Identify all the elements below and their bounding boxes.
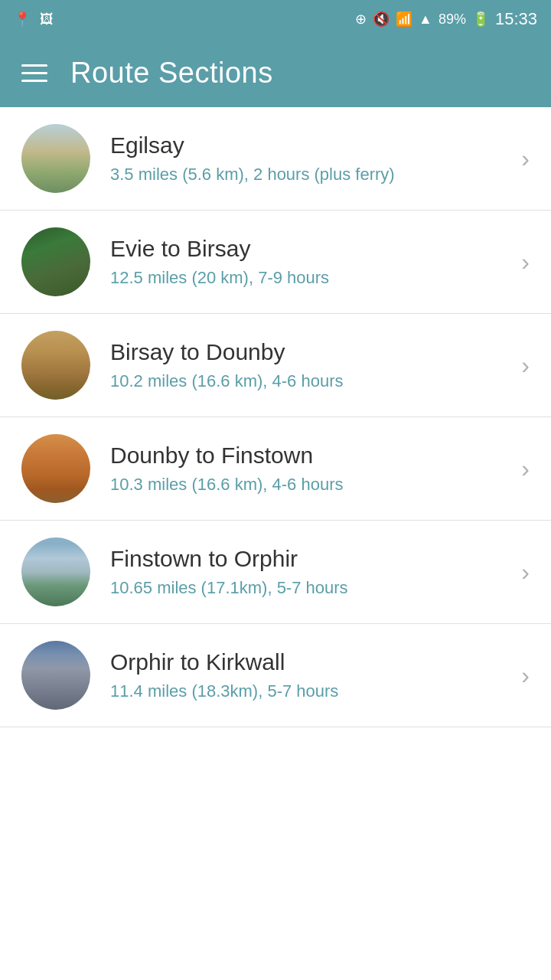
route-details-dounby-finstown: 10.3 miles (16.6 km), 4-6 hours <box>110 475 514 495</box>
chevron-right-icon-orphir-kirkwall: › <box>521 662 530 690</box>
route-name-finstown-orphir: Finstown to Orphir <box>110 546 514 572</box>
chevron-right-icon-egilsay: › <box>521 145 530 173</box>
route-info-dounby-finstown: Dounby to Finstown 10.3 miles (16.6 km),… <box>110 443 514 495</box>
battery-percentage: 89% <box>439 11 466 28</box>
route-info-orphir-kirkwall: Orphir to Kirkwall 11.4 miles (18.3km), … <box>110 649 514 701</box>
route-item-birsay-dounby[interactable]: Birsay to Dounby 10.2 miles (16.6 km), 4… <box>0 314 551 417</box>
status-left-icons: 📍 🖼 <box>14 12 54 26</box>
battery-icon: 🔋 <box>472 12 489 26</box>
route-info-egilsay: Egilsay 3.5 miles (5.6 km), 2 hours (plu… <box>110 132 514 185</box>
route-name-orphir-kirkwall: Orphir to Kirkwall <box>110 649 514 675</box>
route-name-birsay-dounby: Birsay to Dounby <box>110 339 514 365</box>
menu-button[interactable] <box>21 64 47 82</box>
chevron-right-icon-evie-birsay: › <box>521 248 530 276</box>
gps-icon: ⊕ <box>355 12 367 26</box>
route-avatar-dounby-finstown <box>21 434 90 503</box>
mute-icon: 🔇 <box>373 12 390 26</box>
hamburger-line-2 <box>21 72 47 74</box>
status-right-icons: ⊕ 🔇 📶 ▲ 89% 🔋 15:33 <box>355 9 537 29</box>
wifi-icon: 📶 <box>396 12 412 26</box>
route-details-egilsay: 3.5 miles (5.6 km), 2 hours (plus ferry) <box>110 165 514 185</box>
route-details-orphir-kirkwall: 11.4 miles (18.3km), 5-7 hours <box>110 681 514 701</box>
status-time: 15:33 <box>495 9 537 29</box>
route-avatar-orphir-kirkwall <box>21 641 90 710</box>
route-name-evie-birsay: Evie to Birsay <box>110 236 514 262</box>
location-icon: 📍 <box>14 12 31 26</box>
route-details-finstown-orphir: 10.65 miles (17.1km), 5-7 hours <box>110 578 514 598</box>
app-bar: Route Sections <box>0 38 551 107</box>
route-name-egilsay: Egilsay <box>110 132 514 158</box>
route-name-dounby-finstown: Dounby to Finstown <box>110 443 514 469</box>
route-item-dounby-finstown[interactable]: Dounby to Finstown 10.3 miles (16.6 km),… <box>0 417 551 521</box>
route-info-birsay-dounby: Birsay to Dounby 10.2 miles (16.6 km), 4… <box>110 339 514 391</box>
route-info-finstown-orphir: Finstown to Orphir 10.65 miles (17.1km),… <box>110 546 514 598</box>
route-item-egilsay[interactable]: Egilsay 3.5 miles (5.6 km), 2 hours (plu… <box>0 107 551 211</box>
hamburger-line-3 <box>21 80 47 82</box>
hamburger-line-1 <box>21 64 47 67</box>
chevron-right-icon-birsay-dounby: › <box>521 351 530 380</box>
chevron-right-icon-finstown-orphir: › <box>521 558 530 586</box>
status-bar: 📍 🖼 ⊕ 🔇 📶 ▲ 89% 🔋 15:33 <box>0 0 551 38</box>
route-item-finstown-orphir[interactable]: Finstown to Orphir 10.65 miles (17.1km),… <box>0 521 551 624</box>
route-avatar-finstown-orphir <box>21 537 90 606</box>
page-title: Route Sections <box>70 57 273 90</box>
route-item-orphir-kirkwall[interactable]: Orphir to Kirkwall 11.4 miles (18.3km), … <box>0 624 551 727</box>
route-avatar-birsay-dounby <box>21 331 90 400</box>
route-list: Egilsay 3.5 miles (5.6 km), 2 hours (plu… <box>0 107 551 727</box>
image-icon: 🖼 <box>40 12 54 26</box>
route-item-evie-birsay[interactable]: Evie to Birsay 12.5 miles (20 km), 7-9 h… <box>0 211 551 314</box>
chevron-right-icon-dounby-finstown: › <box>521 455 530 483</box>
route-details-evie-birsay: 12.5 miles (20 km), 7-9 hours <box>110 268 514 288</box>
route-avatar-evie-birsay <box>21 227 90 296</box>
signal-icon: ▲ <box>419 12 432 26</box>
route-details-birsay-dounby: 10.2 miles (16.6 km), 4-6 hours <box>110 371 514 391</box>
route-avatar-egilsay <box>21 124 90 193</box>
route-info-evie-birsay: Evie to Birsay 12.5 miles (20 km), 7-9 h… <box>110 236 514 288</box>
